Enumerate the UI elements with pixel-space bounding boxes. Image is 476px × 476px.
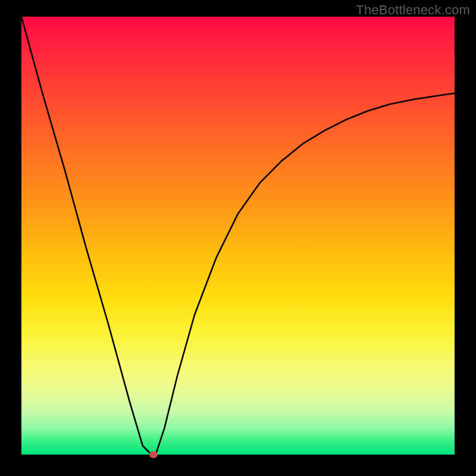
bottleneck-curve xyxy=(21,17,455,455)
attribution-text: TheBottleneck.com xyxy=(356,2,470,18)
curve-line xyxy=(21,17,455,455)
chart-container: TheBottleneck.com xyxy=(0,0,476,476)
optimal-point-marker xyxy=(149,451,158,458)
plot-area xyxy=(21,17,455,455)
